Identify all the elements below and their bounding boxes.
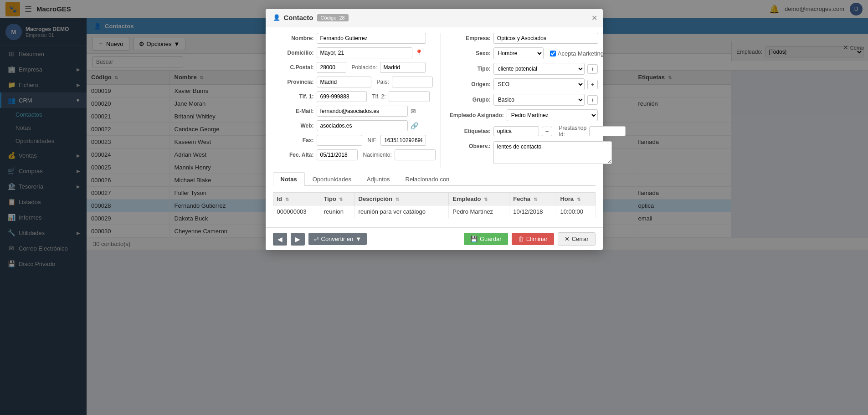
nif-input[interactable] [380,135,426,146]
notes-table-container: Id ⇅ Tipo ⇅ Descripción ⇅ Empleado ⇅ Fec… [273,186,596,221]
empresa-input[interactable] [493,33,598,44]
domicilio-label: Domicilio: [273,50,314,56]
sexo-row: Sexo: Hombre Mujer No especificado Acept… [450,47,626,59]
web-open-btn[interactable]: 🔗 [411,122,418,129]
modal-overlay: 👤 Contacto Código: 28 ✕ Nombre: Domicili… [0,0,868,415]
grupo-row: Grupo: Basico + [450,94,626,106]
acepta-marketing-label: Acepta Marketing [550,50,604,57]
empresa-label: Empresa: [450,35,491,41]
tipo-select[interactable]: cliente potencial [493,63,585,75]
empleado-asignado-select[interactable]: Pedro Martínez [507,109,598,121]
observ-label: Observ.: [450,143,491,149]
domicilio-input[interactable] [317,47,412,58]
tipo-add-btn[interactable]: + [587,64,598,74]
col-note-empleado: Empleado ⇅ [449,193,509,205]
email-send-btn[interactable]: ✉ [411,108,416,115]
tab-notas[interactable]: Notas [273,172,305,186]
eliminar-button[interactable]: 🗑 Eliminar [512,233,554,245]
notes-row[interactable]: 000000003reunionreunión para ver catálog… [273,205,595,218]
grupo-add-btn[interactable]: + [587,95,598,105]
tab-relacionado-con[interactable]: Relacionado con [398,172,457,186]
tlf2-input[interactable] [389,91,430,102]
modal-body: Nombre: Domicilio: 📍 C.Postal: Población… [266,26,603,227]
origen-select[interactable]: SEO [493,78,585,90]
tab-oportunidades[interactable]: Oportunidades [305,172,359,186]
col-note-fecha: Fecha ⇅ [509,193,556,205]
notes-header-row: Id ⇅ Tipo ⇅ Descripción ⇅ Empleado ⇅ Fec… [273,193,595,205]
email-label: E-Mail: [273,108,314,114]
etiquetas-row: Etiquetas: + Prestashop Id: [450,125,626,138]
domicilio-map-btn[interactable]: 📍 [415,49,423,56]
origen-row: Origen: SEO + [450,78,626,90]
email-row: E-Mail: ✉ [273,106,436,117]
etiquetas-add-btn[interactable]: + [542,127,553,136]
fax-row: Fax: NIF: [273,135,436,146]
grupo-label: Grupo: [450,97,491,103]
origen-add-btn[interactable]: + [587,80,598,89]
modal-right-col: Empresa: Sexo: Hombre Mujer No especific… [445,33,626,168]
cp-row: C.Postal: Población: [273,62,436,73]
poblacion-label: Población: [352,64,377,71]
fec-alta-label: Fec. Alta: [273,152,314,158]
sexo-label: Sexo: [450,50,491,56]
fax-input[interactable] [317,135,362,146]
origen-label: Origen: [450,81,491,87]
fec-alta-input[interactable] [317,149,358,160]
guardar-button[interactable]: 💾 Guardar [464,233,508,245]
modal-tab-bar: Notas Oportunidades Adjuntos Relacionado… [273,172,596,186]
poblacion-input[interactable] [380,62,426,73]
tlf2-label: Tlf. 2: [372,93,386,100]
contact-modal: 👤 Contacto Código: 28 ✕ Nombre: Domicili… [266,9,603,250]
modal-title: Contacto [284,14,313,21]
nombre-row: Nombre: [273,33,436,44]
prev-button[interactable]: ◀ [273,233,287,246]
convert-icon: ⇄ [314,236,319,242]
acepta-marketing-checkbox[interactable] [550,51,556,56]
note-cell-hora: 10:00:00 [556,205,595,218]
web-input[interactable] [317,120,408,131]
col-note-descripcion: Descripción ⇅ [354,193,449,205]
cerrar-button[interactable]: ✕ Cerrar [558,232,596,246]
note-cell-descripcion: reunión para ver catálogo [354,205,449,218]
tlf1-input[interactable] [317,91,367,102]
next-button[interactable]: ▶ [291,233,305,246]
nif-label: NIF: [368,137,378,143]
nacimiento-input[interactable] [395,149,436,160]
empleado-asignado-label: Empleado Asignado: [450,112,504,118]
web-label: Web: [273,123,314,129]
empleado-asignado-row: Empleado Asignado: Pedro Martínez [450,109,626,121]
provincia-input[interactable] [317,77,371,87]
note-cell-empleado: Pedro Martínez [449,205,509,218]
observ-row: Observ.: [450,141,626,164]
tipo-row: Tipo: cliente potencial + [450,63,626,75]
modal-two-col: Nombre: Domicilio: 📍 C.Postal: Población… [273,33,596,168]
nombre-input[interactable] [317,33,426,44]
email-input[interactable] [317,106,408,117]
tab-adjuntos[interactable]: Adjuntos [359,172,398,186]
modal-close-button[interactable]: ✕ [591,14,597,22]
sexo-select[interactable]: Hombre Mujer No especificado [493,47,544,59]
save-icon: 💾 [470,236,478,242]
modal-code-badge: Código: 28 [317,14,349,21]
cp-input[interactable] [317,62,346,73]
tlf1-label: Tlf. 1: [273,93,314,100]
nacimiento-label: Nacimiento: [363,152,392,158]
nombre-label: Nombre: [273,35,314,41]
etiquetas-input[interactable] [493,126,539,136]
convert-arrow: ▼ [355,236,361,242]
etiquetas-label: Etiquetas: [450,128,491,134]
delete-icon: 🗑 [518,236,524,242]
pais-input[interactable] [392,77,433,87]
provincia-row: Provincia: País: [273,77,436,87]
web-row: Web: 🔗 [273,120,436,131]
tipo-label: Tipo: [450,66,491,72]
grupo-select[interactable]: Basico [493,94,585,106]
provincia-label: Provincia: [273,79,314,85]
modal-header-icon: 👤 [273,14,280,21]
prestashop-input[interactable] [589,126,626,136]
observ-textarea[interactable] [493,141,612,164]
modal-left-col: Nombre: Domicilio: 📍 C.Postal: Población… [273,33,441,168]
convertir-button[interactable]: ⇄ Convertir en ▼ [308,233,367,245]
pais-label: País: [377,79,389,85]
col-note-tipo: Tipo ⇅ [320,193,354,205]
